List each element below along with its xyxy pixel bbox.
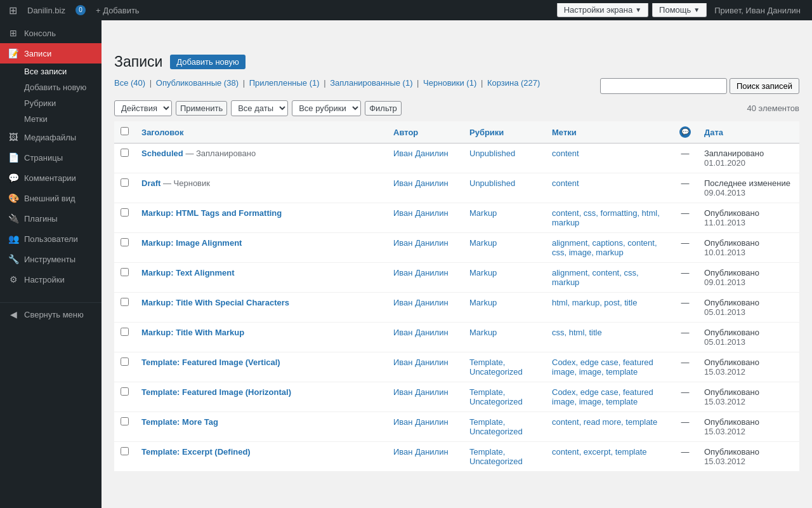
sidebar-sub-categories[interactable]: Рубрики — [0, 95, 102, 111]
filter-drafts[interactable]: Черновики (1) — [423, 78, 476, 88]
author-link-1[interactable]: Иван Данилин — [393, 178, 449, 188]
post-title-link-5[interactable]: Markup: Title With Special Characters — [141, 298, 289, 307]
category-link-4[interactable]: Markup — [469, 268, 497, 277]
post-title-link-1[interactable]: Draft — [141, 178, 160, 188]
post-title-link-3[interactable]: Markup: Image Alignment — [141, 238, 242, 248]
row-checkbox-6[interactable] — [121, 328, 129, 336]
filter-trash[interactable]: Корзина (227) — [487, 78, 540, 88]
help-btn[interactable]: Помощь ▼ — [652, 3, 707, 17]
title-header[interactable]: Заголовок — [135, 121, 387, 144]
post-title-link-10[interactable]: Template: Excerpt (Defined) — [141, 447, 251, 457]
category-link-6[interactable]: Markup — [469, 328, 497, 337]
category-link-8[interactable]: Template, Uncategorized — [469, 387, 523, 406]
sidebar-item-console[interactable]: ⊞ Консоль — [0, 23, 102, 43]
filter-links: Все (40) | Опубликованные (38) | Прилепл… — [114, 78, 540, 88]
post-title-link-7[interactable]: Template: Featured Image (Vertical) — [141, 358, 280, 367]
row-checkbox-5[interactable] — [121, 298, 129, 306]
row-categories-cell-0: Unpublished — [463, 144, 546, 173]
sidebar-item-posts[interactable]: 📝 Записи — [0, 43, 102, 64]
category-link-2[interactable]: Markup — [469, 208, 497, 218]
row-checkbox-10[interactable] — [121, 447, 129, 455]
filter-pinned[interactable]: Прилепленные (1) — [249, 78, 320, 88]
category-link-7[interactable]: Template, Uncategorized — [469, 358, 523, 377]
sidebar-item-media[interactable]: 🖼 Медиафайлы — [0, 127, 102, 147]
row-checkbox-1[interactable] — [121, 178, 129, 187]
category-link-9[interactable]: Template, Uncategorized — [469, 417, 523, 436]
author-link-5[interactable]: Иван Данилин — [393, 298, 449, 307]
category-link-0[interactable]: Unpublished — [469, 149, 515, 158]
users-icon: 👥 — [8, 234, 19, 244]
row-checkbox-2[interactable] — [121, 208, 129, 217]
author-link-0[interactable]: Иван Данилин — [393, 149, 449, 158]
row-categories-cell-9: Template, Uncategorized — [463, 412, 546, 442]
sidebar-item-users[interactable]: 👥 Пользователи — [0, 229, 102, 249]
author-link-3[interactable]: Иван Данилин — [393, 238, 449, 248]
table-row: Markup: Text Alignment Иван Данилин Mark… — [114, 263, 799, 293]
sidebar-item-pages[interactable]: 📄 Страницы — [0, 147, 102, 168]
apply-button[interactable]: Применить — [176, 101, 227, 116]
author-link-4[interactable]: Иван Данилин — [393, 268, 449, 277]
category-link-1[interactable]: Unpublished — [469, 178, 515, 188]
filter-published[interactable]: Опубликованные (38) — [156, 78, 239, 88]
row-checkbox-cell — [114, 263, 135, 293]
author-link-9[interactable]: Иван Данилин — [393, 417, 449, 427]
filter-all[interactable]: Все (40) — [114, 78, 145, 88]
dates-select[interactable]: Все даты — [231, 100, 288, 116]
wp-logo[interactable]: ⊞ — [4, 4, 22, 17]
sidebar-item-tools[interactable]: 🔧 Инструменты — [0, 249, 102, 269]
row-checkbox-9[interactable] — [121, 417, 129, 425]
row-date-cell-3: Опубликовано 10.01.2013 — [698, 233, 799, 263]
bulk-actions-select[interactable]: Действия — [114, 100, 172, 116]
author-link-2[interactable]: Иван Данилин — [393, 208, 449, 218]
row-checkbox-cell — [114, 382, 135, 412]
date-header[interactable]: Дата — [698, 121, 799, 144]
row-checkbox-4[interactable] — [121, 268, 129, 276]
author-header[interactable]: Автор — [387, 121, 463, 144]
post-title-link-4[interactable]: Markup: Text Alignment — [141, 268, 235, 277]
post-title-link-6[interactable]: Markup: Title With Markup — [141, 328, 244, 337]
date-value-4: 09.01.2013 — [704, 277, 793, 287]
date-value-5: 05.01.2013 — [704, 307, 793, 317]
search-button[interactable]: Поиск записей — [730, 78, 799, 94]
row-checkbox-3[interactable] — [121, 238, 129, 246]
categories-header[interactable]: Рубрики — [463, 121, 546, 144]
sidebar-sub-all-posts[interactable]: Все записи — [0, 64, 102, 79]
row-checkbox-0[interactable] — [121, 149, 129, 157]
search-input[interactable] — [600, 78, 727, 94]
site-name-link[interactable]: Danilin.biz — [22, 6, 70, 15]
sidebar-sub-tags[interactable]: Метки — [0, 111, 102, 127]
row-checkbox-8[interactable] — [121, 387, 129, 396]
author-link-7[interactable]: Иван Данилин — [393, 358, 449, 367]
post-title-link-2[interactable]: Markup: HTML Tags and Formatting — [141, 208, 282, 218]
comments-link[interactable]: 0 — [70, 5, 91, 15]
sidebar-item-plugins[interactable]: 🔌 Плагины — [0, 208, 102, 229]
category-link-3[interactable]: Markup — [469, 238, 497, 248]
sidebar-sub-add-new[interactable]: Добавить новую — [0, 79, 102, 95]
media-icon: 🖼 — [8, 132, 19, 142]
author-link-8[interactable]: Иван Данилин — [393, 387, 449, 397]
category-link-5[interactable]: Markup — [469, 298, 497, 307]
filter-button[interactable]: Фильтр — [365, 101, 402, 116]
date-value-0: 01.01.2020 — [704, 158, 793, 168]
appearance-icon: 🎨 — [8, 193, 19, 203]
tags-header[interactable]: Метки — [546, 121, 672, 144]
post-title-link-0[interactable]: Scheduled — [141, 149, 183, 158]
select-all-checkbox[interactable] — [121, 127, 129, 135]
sidebar-collapse[interactable]: ◀ Свернуть меню — [0, 302, 102, 324]
filter-scheduled[interactable]: Запланированные (1) — [330, 78, 412, 88]
post-title-link-8[interactable]: Template: Featured Image (Horizontal) — [141, 387, 291, 397]
date-status-8: Опубликовано — [704, 387, 793, 397]
add-new-topbar[interactable]: + Добавить — [91, 6, 145, 15]
sidebar-item-settings[interactable]: ⚙ Настройки — [0, 269, 102, 290]
author-link-10[interactable]: Иван Данилин — [393, 447, 449, 457]
add-new-button[interactable]: Добавить новую — [170, 55, 245, 69]
row-checkbox-7[interactable] — [121, 358, 129, 366]
category-link-10[interactable]: Template, Uncategorized — [469, 447, 523, 466]
categories-select[interactable]: Все рубрики — [292, 100, 361, 116]
post-title-link-9[interactable]: Template: More Tag — [141, 417, 218, 427]
author-link-6[interactable]: Иван Данилин — [393, 328, 449, 337]
sidebar-item-label-media: Медиафайлы — [24, 133, 76, 142]
sidebar-item-comments[interactable]: 💬 Комментарии — [0, 168, 102, 188]
sidebar-item-appearance[interactable]: 🎨 Внешний вид — [0, 188, 102, 208]
screen-options-btn[interactable]: Настройки экрана ▼ — [557, 3, 648, 17]
